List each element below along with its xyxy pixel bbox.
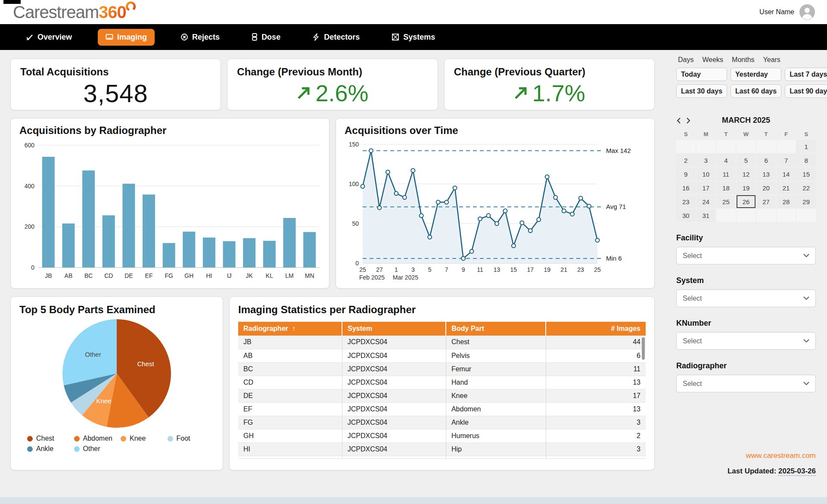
calendar-day-27[interactable]: 27	[756, 195, 776, 208]
logo-text-360: 360	[99, 3, 126, 21]
filter-select-system[interactable]: Select	[676, 289, 816, 307]
nav-item-detectors[interactable]: Detectors	[306, 29, 366, 46]
svg-text:21: 21	[560, 266, 567, 273]
grid-box-icon	[392, 33, 399, 41]
table-cell: EF	[238, 402, 342, 416]
range-button-last-7-days[interactable]: Last 7 days	[785, 68, 827, 81]
range-tab-years[interactable]: Years	[763, 56, 780, 64]
range-tab-days[interactable]: Days	[678, 56, 693, 64]
calendar-day-8[interactable]: 8	[796, 154, 816, 167]
legend-dot	[74, 446, 80, 452]
legend-dot	[168, 436, 173, 442]
calendar-day-28[interactable]: 28	[777, 195, 796, 208]
calendar-day-4[interactable]: 4	[716, 154, 736, 167]
table-cell: JCPDXCS04	[342, 349, 446, 362]
table-row: DEJCPDXCS04Knee17	[238, 389, 646, 402]
calendar-day-10[interactable]: 10	[696, 168, 716, 180]
calendar-day-20[interactable]: 20	[756, 181, 776, 194]
range-button-last-90-days[interactable]: Last 90 days	[785, 84, 827, 98]
nav-item-label: Systems	[403, 33, 435, 42]
nav-item-systems[interactable]: Systems	[386, 29, 441, 46]
calendar-day-23[interactable]: 23	[676, 195, 696, 208]
calendar-day-30[interactable]: 30	[676, 209, 696, 222]
calendar-day-16[interactable]: 16	[676, 181, 696, 194]
filter-select-facility[interactable]: Select	[676, 247, 816, 264]
calendar-prev-icon[interactable]	[676, 117, 681, 124]
filter-select-radiographer[interactable]: Select	[676, 375, 816, 392]
table-cell: 2	[546, 456, 646, 459]
table-scrollbar[interactable]	[642, 337, 645, 360]
calendar-day-26[interactable]: 26	[737, 195, 756, 208]
select-value: Select	[683, 252, 702, 260]
nav-item-imaging[interactable]: Imaging	[98, 29, 155, 46]
legend-item-foot: Foot	[168, 435, 211, 442]
calendar-day-7[interactable]: 7	[777, 154, 796, 167]
calendar-day-5[interactable]: 5	[737, 154, 756, 167]
svg-text:400: 400	[25, 183, 35, 190]
calendar-day-24[interactable]: 24	[696, 195, 716, 208]
table-header-body-part[interactable]: Body Part	[446, 322, 546, 336]
svg-text:JK: JK	[246, 272, 253, 279]
calendar-dow-label: W	[737, 129, 756, 139]
svg-text:3: 3	[411, 266, 415, 273]
filter-selects: FacilitySelectSystemSelectKNumberSelectR…	[676, 222, 816, 392]
filter-select-knumber[interactable]: Select	[676, 332, 816, 350]
calendar-day-2[interactable]: 2	[676, 154, 696, 167]
carestream-link[interactable]: www.carestream.com	[746, 451, 816, 460]
svg-text:9: 9	[462, 266, 465, 273]
table-cell: 3	[546, 442, 646, 456]
filter-sidebar: DaysWeeksMonthsYears TodayYesterdayLast …	[665, 50, 827, 504]
nav-item-label: Imaging	[117, 33, 147, 42]
legend-label: Ankle	[36, 445, 53, 453]
range-tab-months[interactable]: Months	[732, 56, 754, 64]
range-tab-weeks[interactable]: Weeks	[702, 56, 723, 64]
svg-text:0: 0	[31, 264, 34, 271]
svg-text:AB: AB	[65, 272, 73, 279]
table-cell: 11	[546, 362, 646, 376]
calendar-day-21[interactable]: 21	[777, 181, 796, 194]
table-row: CDJCPDXCS04Hand13	[238, 376, 646, 389]
calendar-day-3[interactable]: 3	[696, 154, 716, 167]
nav-item-rejects[interactable]: Rejects	[174, 29, 226, 46]
calendar-empty-cell	[777, 209, 796, 222]
table-row: JBJCPDXCS04Chest44	[238, 336, 646, 349]
table-header-system[interactable]: System	[342, 322, 446, 336]
table-title: Imaging Statistics per Radiographer	[238, 304, 646, 316]
kpi-change-value: 1.7%	[454, 80, 645, 106]
calendar-empty-cell	[796, 209, 816, 222]
calendar-day-31[interactable]: 31	[696, 209, 716, 222]
calendar-day-29[interactable]: 29	[796, 195, 816, 208]
range-button-last-30-days[interactable]: Last 30 days	[676, 84, 727, 98]
table-header--images[interactable]: # Images	[546, 322, 646, 336]
calendar-day-9[interactable]: 9	[676, 168, 696, 180]
range-button-last-60-days[interactable]: Last 60 days	[731, 84, 781, 98]
calendar-next-icon[interactable]	[686, 117, 691, 124]
calendar-dow-label: M	[696, 129, 716, 139]
calendar-day-15[interactable]: 15	[796, 168, 816, 180]
calendar-day-1[interactable]: 1	[796, 140, 816, 153]
calendar-day-25[interactable]: 25	[716, 195, 736, 208]
calendar-day-13[interactable]: 13	[756, 168, 776, 180]
range-button-today[interactable]: Today	[676, 68, 727, 81]
range-button-yesterday[interactable]: Yesterday	[731, 68, 781, 81]
calendar-day-6[interactable]: 6	[756, 154, 776, 167]
nav-item-label: Rejects	[192, 33, 220, 42]
table-cell: Chest	[446, 336, 546, 349]
legend-label: Knee	[130, 435, 146, 442]
last-updated: Last Updated: 2025-03-26	[728, 467, 816, 476]
calendar-day-11[interactable]: 11	[716, 168, 736, 180]
calendar-day-18[interactable]: 18	[716, 181, 736, 194]
pie-chart: ChestKneeOther	[62, 318, 172, 429]
carestream-dashboard: Carestream360 User Name OverviewImagingR…	[0, 0, 827, 504]
table-header-radiographer[interactable]: Radiographer↑	[238, 322, 342, 336]
nav-item-overview[interactable]: Overview	[20, 29, 78, 46]
calendar-day-12[interactable]: 12	[737, 168, 756, 180]
nav-item-dose[interactable]: Dose	[246, 29, 286, 46]
calendar-day-14[interactable]: 14	[777, 168, 796, 180]
user-avatar-icon[interactable]	[799, 4, 815, 20]
calendar-day-22[interactable]: 22	[796, 181, 816, 194]
calendar-day-17[interactable]: 17	[696, 181, 716, 194]
svg-text:19: 19	[544, 266, 550, 273]
calendar-day-19[interactable]: 19	[737, 181, 756, 194]
svg-text:CD: CD	[104, 272, 113, 279]
